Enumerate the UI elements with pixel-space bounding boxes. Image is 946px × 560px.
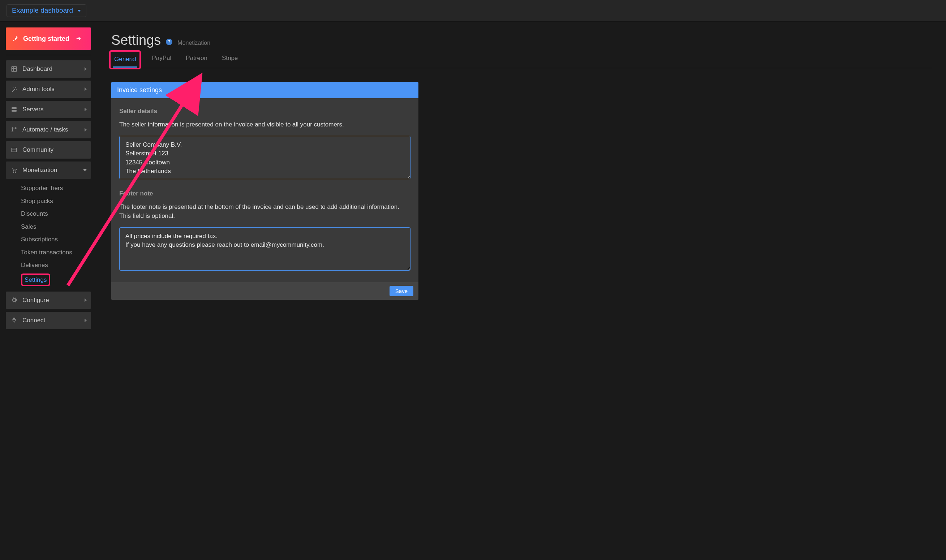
arrow-right-icon bbox=[75, 35, 82, 42]
sidebar-item-label: Configure bbox=[22, 297, 49, 304]
sub-item-subscriptions[interactable]: Subscriptions bbox=[6, 233, 91, 246]
tab-patreon[interactable]: Patreon bbox=[184, 52, 209, 68]
seller-details-desc: The seller information is presented on t… bbox=[119, 120, 411, 129]
seller-details-label: Seller details bbox=[119, 108, 411, 115]
svg-rect-0 bbox=[12, 66, 17, 72]
server-icon bbox=[11, 106, 17, 113]
invoice-settings-panel: Invoice settings Seller details The sell… bbox=[111, 82, 418, 300]
panel-body: Seller details The seller information is… bbox=[111, 98, 418, 282]
sidebar-item-label: Connect bbox=[22, 317, 45, 324]
sidebar-item-connect[interactable]: Connect bbox=[6, 312, 91, 329]
cart-icon bbox=[11, 167, 17, 174]
page-title: Settings bbox=[111, 32, 161, 48]
footer-note-label: Footer note bbox=[119, 190, 411, 197]
svg-point-8 bbox=[15, 172, 16, 172]
sidebar-item-label: Servers bbox=[22, 106, 44, 113]
sidebar-item-label: Dashboard bbox=[22, 65, 52, 72]
chevron-right-icon bbox=[85, 318, 87, 322]
svg-point-7 bbox=[13, 172, 14, 172]
svg-rect-6 bbox=[12, 148, 17, 152]
getting-started-label: Getting started bbox=[23, 35, 69, 43]
sidebar-item-label: Community bbox=[22, 146, 54, 154]
workspace-label: Example dashboard bbox=[12, 6, 73, 14]
chevron-right-icon bbox=[85, 67, 87, 71]
annotation-highlight-settings: Settings bbox=[21, 274, 50, 286]
sidebar-item-label: Admin tools bbox=[22, 86, 55, 93]
svg-point-4 bbox=[12, 131, 13, 132]
footer-note-textarea[interactable] bbox=[119, 227, 411, 271]
getting-started-button[interactable]: Getting started bbox=[6, 28, 91, 50]
footer-note-desc: The footer note is presented at the bott… bbox=[119, 202, 411, 221]
panel-footer: Save bbox=[111, 282, 418, 300]
topbar: Example dashboard bbox=[0, 0, 946, 22]
svg-rect-1 bbox=[12, 107, 17, 109]
main-content: Settings ? Monetization General PayPal P… bbox=[97, 22, 946, 560]
sub-item-sales[interactable]: Sales bbox=[6, 220, 91, 233]
tab-general[interactable]: General bbox=[113, 53, 137, 68]
chevron-down-icon bbox=[83, 169, 87, 171]
sub-item-token-transactions[interactable]: Token transactions bbox=[6, 246, 91, 259]
chevron-right-icon bbox=[85, 108, 87, 111]
sidebar-item-label: Automate / tasks bbox=[22, 126, 68, 133]
sidebar: Getting started Dashboard Admin tools bbox=[0, 22, 97, 560]
annotation-highlight-general-tab: General bbox=[109, 50, 141, 69]
branch-icon bbox=[11, 126, 17, 133]
breadcrumb: Monetization bbox=[177, 40, 210, 46]
help-icon[interactable]: ? bbox=[166, 38, 172, 45]
workspace-selector[interactable]: Example dashboard bbox=[6, 4, 86, 17]
save-button[interactable]: Save bbox=[389, 286, 413, 296]
svg-point-3 bbox=[12, 128, 13, 129]
panel-header: Invoice settings bbox=[111, 82, 418, 98]
sub-item-shop-packs[interactable]: Shop packs bbox=[6, 195, 91, 208]
svg-rect-2 bbox=[12, 110, 17, 112]
sidebar-item-label: Monetization bbox=[22, 166, 57, 174]
sidebar-item-monetization[interactable]: Monetization bbox=[6, 162, 91, 179]
sidebar-item-configure[interactable]: Configure bbox=[6, 292, 91, 309]
sub-item-discounts[interactable]: Discounts bbox=[6, 208, 91, 220]
seller-details-textarea[interactable] bbox=[119, 136, 411, 179]
rocket-icon bbox=[12, 35, 19, 42]
page-head: Settings ? Monetization bbox=[111, 32, 932, 48]
sidebar-item-servers[interactable]: Servers bbox=[6, 101, 91, 118]
chevron-right-icon bbox=[85, 88, 87, 91]
sidebar-item-automate[interactable]: Automate / tasks bbox=[6, 121, 91, 138]
monetization-submenu: Supporter Tiers Shop packs Discounts Sal… bbox=[6, 182, 91, 288]
sidebar-item-admin-tools[interactable]: Admin tools bbox=[6, 81, 91, 98]
sub-item-supporter-tiers[interactable]: Supporter Tiers bbox=[6, 182, 91, 195]
tab-paypal[interactable]: PayPal bbox=[150, 52, 173, 68]
caret-down-icon bbox=[77, 10, 81, 12]
chevron-right-icon bbox=[85, 128, 87, 132]
sidebar-item-dashboard[interactable]: Dashboard bbox=[6, 60, 91, 78]
gear-icon bbox=[11, 297, 17, 303]
plug-icon bbox=[11, 317, 17, 324]
tabs: General PayPal Patreon Stripe bbox=[111, 52, 932, 68]
grid-icon bbox=[11, 66, 17, 72]
sidebar-item-community[interactable]: Community bbox=[6, 141, 91, 158]
tab-stripe[interactable]: Stripe bbox=[220, 52, 239, 68]
sub-item-settings[interactable]: Settings bbox=[6, 272, 91, 288]
sub-item-deliveries[interactable]: Deliveries bbox=[6, 259, 91, 272]
window-icon bbox=[11, 147, 17, 153]
wand-icon bbox=[11, 86, 17, 92]
chevron-right-icon bbox=[85, 298, 87, 302]
